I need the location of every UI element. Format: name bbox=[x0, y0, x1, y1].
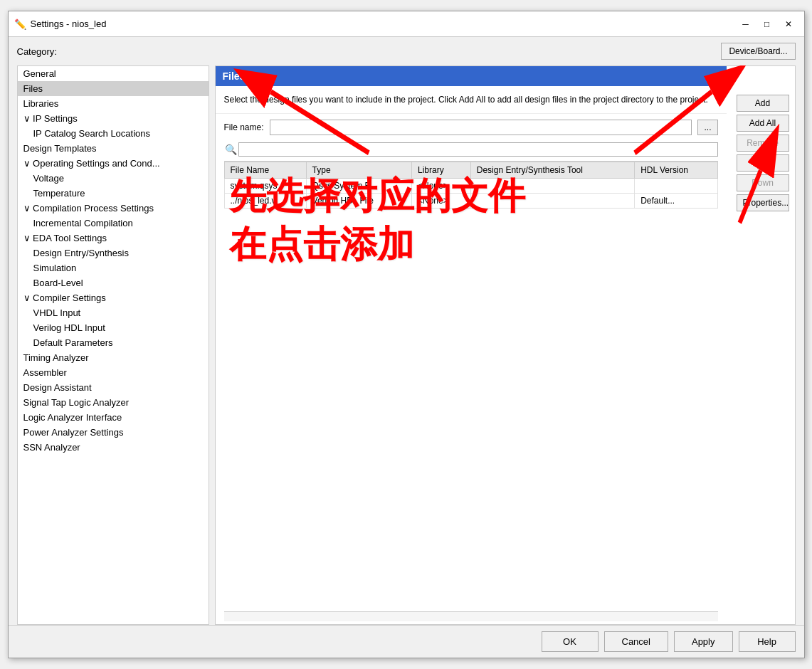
help-button[interactable]: Help bbox=[739, 631, 796, 652]
cell-library-0: <None> bbox=[411, 179, 470, 194]
sidebar-item-default-params[interactable]: Default Parameters bbox=[18, 335, 209, 350]
sidebar-item-board-level[interactable]: Board-Level bbox=[18, 275, 209, 290]
file-name-row: File name: ... bbox=[216, 114, 727, 141]
maximize-button[interactable]: □ bbox=[757, 16, 777, 32]
file-name-label: File name: bbox=[224, 122, 264, 132]
cell-tool-0 bbox=[470, 179, 634, 194]
sidebar-item-simulation[interactable]: Simulation bbox=[18, 260, 209, 275]
cell-type-0: Qsys System F... bbox=[306, 179, 411, 194]
properties-button[interactable]: Properties... bbox=[737, 194, 789, 211]
add-all-button[interactable]: Add All bbox=[737, 115, 789, 132]
sidebar-item-eda-tool-settings[interactable]: ∨ EDA Tool Settings bbox=[18, 231, 209, 246]
files-content: Files Select the design files you want t… bbox=[216, 66, 727, 624]
sidebar-item-libraries[interactable]: Libraries bbox=[18, 96, 209, 111]
device-board-button[interactable]: Device/Board... bbox=[721, 43, 795, 60]
down-button[interactable]: Down bbox=[737, 174, 789, 191]
ok-button[interactable]: OK bbox=[542, 631, 599, 652]
files-table: File Name Type Library Design Entry/Synt… bbox=[224, 162, 718, 209]
up-button[interactable]: Up bbox=[737, 154, 789, 172]
search-input[interactable] bbox=[238, 142, 718, 157]
bottom-bar: OK Cancel Apply Help bbox=[9, 625, 804, 658]
apply-button[interactable]: Apply bbox=[674, 631, 733, 652]
sidebar-item-signal-tap[interactable]: Signal Tap Logic Analyzer bbox=[18, 395, 209, 410]
col-header-filename[interactable]: File Name bbox=[224, 162, 306, 179]
cell-type-1: Verilog HDL File bbox=[306, 194, 411, 209]
right-panel-wrapper: Files Select the design files you want t… bbox=[215, 65, 796, 625]
cancel-button[interactable]: Cancel bbox=[604, 631, 668, 652]
cell-hdl-1: Default... bbox=[635, 194, 717, 209]
files-description: Select the design files you want to incl… bbox=[216, 86, 727, 114]
col-header-tool[interactable]: Design Entry/Synthesis Tool bbox=[470, 162, 634, 179]
files-panel-header: Files bbox=[216, 66, 727, 86]
sidebar-item-timing-analyzer[interactable]: Timing Analyzer bbox=[18, 350, 209, 365]
files-table-area[interactable]: File Name Type Library Design Entry/Synt… bbox=[224, 161, 718, 609]
title-bar-controls: ─ □ ✕ bbox=[736, 16, 798, 32]
cell-filename-0: system.qsys bbox=[224, 179, 306, 194]
col-header-library[interactable]: Library bbox=[411, 162, 470, 179]
sidebar-item-compilation-process[interactable]: ∨ Compilation Process Settings bbox=[18, 201, 209, 216]
cell-library-1: <None> bbox=[411, 194, 470, 209]
cell-hdl-0 bbox=[635, 179, 717, 194]
window-icon: ✏️ bbox=[14, 19, 26, 30]
sidebar-item-general[interactable]: General bbox=[18, 66, 209, 81]
settings-window: ✏️ Settings - nios_led ─ □ ✕ Category: D… bbox=[8, 11, 805, 658]
sidebar-item-files[interactable]: Files bbox=[18, 81, 209, 96]
col-header-type[interactable]: Type bbox=[306, 162, 411, 179]
col-header-hdl[interactable]: HDL Version bbox=[635, 162, 717, 179]
content-wrapper: General Files Libraries ∨ IP Settings IP… bbox=[9, 65, 804, 625]
sidebar-item-incremental-compilation[interactable]: Incremental Compilation bbox=[18, 216, 209, 231]
sidebar-item-ip-catalog[interactable]: IP Catalog Search Locations bbox=[18, 126, 209, 141]
sidebar-item-design-assistant[interactable]: Design Assistant bbox=[18, 380, 209, 395]
sidebar-item-verilog-input[interactable]: Verilog HDL Input bbox=[18, 320, 209, 335]
sidebar-item-vhdl-input[interactable]: VHDL Input bbox=[18, 305, 209, 320]
remove-button[interactable]: Remove bbox=[737, 135, 789, 152]
files-action-buttons: Add Add All Remove Up Down Properties... bbox=[731, 66, 795, 624]
sidebar-item-ip-settings[interactable]: ∨ IP Settings bbox=[18, 111, 209, 126]
category-label: Category: bbox=[17, 46, 57, 57]
sidebar-item-voltage[interactable]: Voltage bbox=[18, 171, 209, 186]
table-row[interactable]: ../nios_led.v Verilog HDL File <None> De… bbox=[224, 194, 717, 209]
add-button[interactable]: Add bbox=[737, 95, 789, 112]
sidebar-item-logic-analyzer-interface[interactable]: Logic Analyzer Interface bbox=[18, 410, 209, 425]
title-bar-left: ✏️ Settings - nios_led bbox=[14, 19, 107, 30]
close-button[interactable]: ✕ bbox=[779, 16, 798, 32]
file-name-input[interactable] bbox=[270, 120, 692, 135]
window-title: Settings - nios_led bbox=[31, 19, 107, 29]
sidebar-item-assembler[interactable]: Assembler bbox=[18, 365, 209, 380]
minimize-button[interactable]: ─ bbox=[736, 16, 756, 32]
sidebar-item-compiler-settings[interactable]: ∨ Compiler Settings bbox=[18, 290, 209, 305]
sidebar-item-power-analyzer[interactable]: Power Analyzer Settings bbox=[18, 425, 209, 440]
sidebar-item-ssn-analyzer[interactable]: SSN Analyzer bbox=[18, 440, 209, 455]
main-area: Category: Device/Board... General Files … bbox=[9, 37, 804, 658]
horizontal-scrollbar[interactable] bbox=[224, 611, 718, 621]
title-bar: ✏️ Settings - nios_led ─ □ ✕ bbox=[9, 11, 804, 37]
cell-tool-1 bbox=[470, 194, 634, 209]
files-panel: Files Select the design files you want t… bbox=[215, 65, 796, 625]
sidebar-item-operating-settings[interactable]: ∨ Operating Settings and Cond... bbox=[18, 156, 209, 171]
search-row: 🔍 bbox=[216, 141, 727, 158]
search-icon: 🔍 bbox=[224, 142, 238, 157]
table-row[interactable]: system.qsys Qsys System F... <None> bbox=[224, 179, 717, 194]
top-bar: Category: Device/Board... bbox=[9, 37, 804, 65]
sidebar-item-temperature[interactable]: Temperature bbox=[18, 186, 209, 201]
browse-button[interactable]: ... bbox=[697, 120, 717, 135]
sidebar: General Files Libraries ∨ IP Settings IP… bbox=[17, 65, 209, 625]
sidebar-item-design-entry[interactable]: Design Entry/Synthesis bbox=[18, 246, 209, 260]
cell-filename-1: ../nios_led.v bbox=[224, 194, 306, 209]
sidebar-item-design-templates[interactable]: Design Templates bbox=[18, 141, 209, 156]
